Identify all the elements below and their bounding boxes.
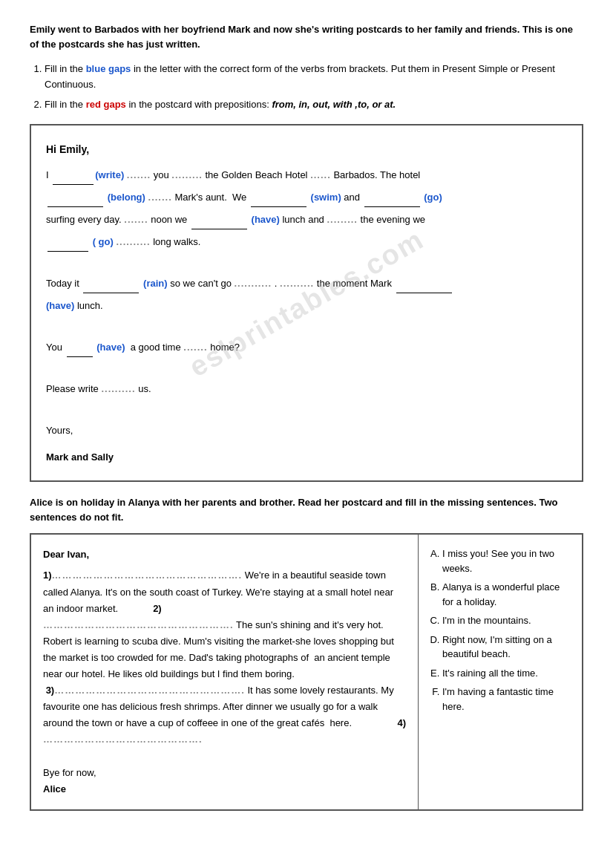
blank-go1 [364, 206, 420, 207]
postcard-section: Dear Ivan, 1)………………………………………………. We're i… [30, 533, 583, 810]
letter-box: eslprintables.com Hi Emily, I (write) ..… [30, 124, 583, 482]
instruction-2-before: Fill in the [45, 99, 86, 110]
letter-line-1: I (write) ....... you ......... the Gold… [46, 166, 567, 185]
prepositions: from, in, out, with ,to, or at. [272, 99, 396, 110]
option-c: I'm in the mountains. [442, 613, 571, 628]
postcard-options: I miss you! See you in two weeks. Alanya… [419, 535, 582, 809]
option-b: Alanya is a wonderful place for a holida… [442, 580, 571, 609]
letter-line-7: You (have) a good time ....... home? [46, 338, 567, 357]
blank-go2 [47, 251, 88, 252]
letter-closing: Yours, [46, 421, 567, 440]
options-list: I miss you! See you in two weeks. Alanya… [429, 546, 571, 714]
letter-line-3: surfing every day. ....... noon we (have… [46, 210, 567, 229]
blank-belong [47, 206, 103, 207]
letter-line-8: Please write .......... us. [46, 379, 567, 399]
blank-have3 [67, 356, 93, 357]
blank-have2 [396, 293, 452, 293]
instructions-list: Fill in the blue gaps in the letter with… [30, 62, 583, 112]
letter-line-4: ( go) .......... long walks. [46, 232, 567, 252]
option-f: I'm having a fantastic time here. [442, 685, 571, 714]
blank-rain [83, 293, 139, 293]
letter-salutation: Hi Emily, [46, 139, 567, 160]
blue-gaps-label: blue gaps [86, 63, 131, 74]
option-a: I miss you! See you in two weeks. [442, 546, 571, 575]
postcard-p4-dots: ………………………………………. [43, 731, 406, 748]
instruction-2-middle: in the postcard with prepositions: [126, 99, 272, 110]
section2-header: Alice is on holiday in Alanya with her p… [30, 495, 583, 524]
postcard-salutation: Dear Ivan, [43, 546, 406, 563]
letter-line-2: (belong) ....... Mark's aunt. We (swim) … [46, 188, 567, 207]
postcard-left: Dear Ivan, 1)………………………………………………. We're i… [31, 535, 419, 809]
option-d: Right now, I'm sitting on a beautiful be… [442, 633, 571, 662]
red-gaps-label: red gaps [86, 99, 126, 110]
postcard-p2: ………………………………………………. The sun's shining an… [43, 617, 406, 732]
blank-have1 [191, 229, 247, 229]
option-e: It's raining all the time. [442, 666, 571, 681]
letter-line-5: Today it (rain) so we can't go .........… [46, 274, 567, 293]
blank-write [53, 184, 94, 185]
postcard-p1: 1)………………………………………………. We're in a beautif… [43, 567, 406, 616]
letter-signature: Mark and Sally [46, 448, 567, 467]
blank-swim [251, 206, 306, 207]
postcard-closing: Bye for now, [43, 765, 406, 781]
instruction-1: Fill in the blue gaps in the letter with… [45, 62, 583, 93]
postcard-signature: Alice [43, 781, 406, 797]
letter-line-6: (have) lunch. [46, 296, 567, 316]
instruction-2: Fill in the red gaps in the postcard wit… [45, 97, 583, 113]
intro-text: Emily went to Barbados with her boyfrien… [30, 22, 583, 51]
instruction-1-before: Fill in the [45, 63, 86, 74]
